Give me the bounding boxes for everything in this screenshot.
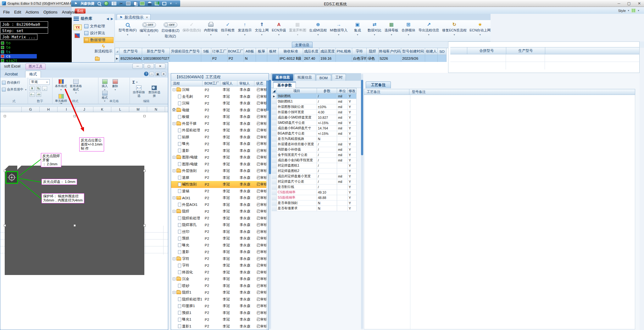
table-cell[interactable]: 白色字符 xyxy=(352,55,367,62)
toolbar-button[interactable]: ▦重退开料图▼ xyxy=(289,22,306,36)
expander-icon[interactable]: − xyxy=(173,169,175,172)
toolbar-button[interactable]: AECN升级▼ xyxy=(272,22,286,36)
process-row[interactable]: 曝光1P2李冠李永森已审核 xyxy=(171,316,266,323)
dropdown-arrow-icon[interactable]: ▼ xyxy=(297,34,299,36)
param-row[interactable]: 成品邦定焊盘最小宽度/milY xyxy=(272,174,357,179)
column-header[interactable]: 板材 xyxy=(267,48,279,55)
layer-color-swatch[interactable] xyxy=(1,50,4,53)
find-select-button[interactable]: 查找和选择 xyxy=(147,85,162,97)
off-toggle[interactable]: OFF xyxy=(142,22,156,27)
grid-icon[interactable] xyxy=(126,2,130,5)
toolbar-button[interactable]: OFF编写流程(R)▼ xyxy=(140,22,158,36)
table-cell[interactable]: P2 xyxy=(228,55,244,62)
column-header[interactable]: G xyxy=(22,107,40,112)
dropdown-arrow-icon[interactable]: ▼ xyxy=(373,34,375,36)
column-header[interactable]: J xyxy=(75,107,93,112)
toolbar-button[interactable]: ⊕生成MI流程▼ xyxy=(309,22,327,36)
off-toggle[interactable]: OFF xyxy=(164,22,177,27)
chart-icon[interactable] xyxy=(155,2,159,5)
column-header[interactable]: PNL规格 xyxy=(336,48,352,55)
color-grid-icon[interactable] xyxy=(75,33,80,38)
toolbar-button[interactable]: 型号查询(F)▼ xyxy=(119,22,136,36)
param-cell[interactable]: Y xyxy=(348,110,357,115)
process-row[interactable]: 终固化P2李冠李永森已审核 xyxy=(171,269,266,276)
param-row[interactable]: 是否为高精度线路NY xyxy=(272,136,357,142)
param-cell[interactable]: / xyxy=(317,152,337,158)
column-header[interactable]: M xyxy=(129,107,147,112)
toolbar-button[interactable]: ↗导出流程信息▼ xyxy=(419,22,439,36)
param-cell[interactable]: Y xyxy=(348,168,357,174)
process-row[interactable]: 字符P2李冠李永森已审核 xyxy=(171,262,266,269)
table-row[interactable]: ▶8S22604WA010010800070275P2P2NIPC-6012 Ⅱ… xyxy=(115,55,448,62)
param-row[interactable]: ▶蚀刻图纸/milY xyxy=(272,94,357,99)
process-row[interactable]: 阻焊塞孔P2李冠李永森已审核 xyxy=(171,222,266,228)
process-row[interactable]: −外层蚀刻P2李冠李永森已审核 xyxy=(171,168,266,174)
flag-icon[interactable]: ⚑ xyxy=(74,2,77,6)
resize-handle[interactable] xyxy=(143,224,146,227)
table-cell[interactable]: P2 xyxy=(211,55,228,62)
param-cell[interactable]: Y xyxy=(348,184,357,190)
param-row[interactable]: 金手指宽度尺寸公差/milY xyxy=(272,152,357,158)
param-cell[interactable]: Y xyxy=(348,179,357,184)
close-icon[interactable]: × xyxy=(146,15,148,19)
globe-icon[interactable] xyxy=(104,1,108,6)
column-header[interactable]: BOM工厂 xyxy=(203,81,220,86)
process-row[interactable]: 板镀P2李冠李永森已审核 xyxy=(171,113,266,120)
close-button[interactable]: ✕ xyxy=(155,63,165,69)
dropdown-arrow-icon[interactable]: ▼ xyxy=(148,34,150,36)
menu-item[interactable]: Analysis xyxy=(62,10,77,14)
dropdown-arrow-icon[interactable]: ▼ xyxy=(479,34,481,36)
param-cell[interactable] xyxy=(337,168,348,174)
column-header[interactable]: 单位 xyxy=(337,88,348,94)
tab-process-notes[interactable]: 工艺备注 xyxy=(366,81,391,88)
column-header[interactable]: 成品宽度 xyxy=(319,48,336,55)
param-cell[interactable] xyxy=(337,206,348,211)
comma-format-button[interactable]: , xyxy=(42,86,47,91)
expander-icon[interactable]: − xyxy=(173,156,175,159)
param-cell[interactable]: CS面残铜率 xyxy=(277,190,317,195)
dropdown-arrow-icon[interactable]: ▼ xyxy=(261,34,263,36)
minimize-button[interactable]: ─ xyxy=(618,1,620,6)
param-cell[interactable]: mil xyxy=(337,99,348,104)
process-row[interactable]: 预烘1P2李冠李永森已审核 xyxy=(171,310,266,316)
toolbar-button[interactable]: ▦选择母板▼ xyxy=(385,22,398,36)
conditional-formatting-button[interactable]: 条件格式 ▼ xyxy=(54,79,68,91)
param-cell[interactable]: 是否单面蚀刻 xyxy=(277,201,317,206)
close-button[interactable]: ✕ xyxy=(161,72,166,76)
param-cell[interactable] xyxy=(337,136,348,142)
param-row[interactable]: 外层图形蚀刻公差±10%milY xyxy=(272,104,357,110)
dropdown-arrow-icon[interactable]: ▼ xyxy=(278,34,280,36)
param-cell[interactable]: ±10% xyxy=(317,104,337,110)
sort-filter-button[interactable]: A↓Z 排序和筛选 xyxy=(131,85,146,97)
param-cell[interactable]: Y xyxy=(348,158,357,163)
dropdown-arrow-icon[interactable]: ▼ xyxy=(338,34,340,36)
column-header[interactable]: 成品长度 xyxy=(303,48,319,55)
column-header[interactable]: L xyxy=(111,107,129,112)
column-header[interactable]: N xyxy=(147,107,165,112)
increase-decimal-button[interactable]: .0↔ xyxy=(30,92,35,97)
param-row[interactable]: 局部最小补偿值/milY xyxy=(272,147,357,152)
process-row[interactable]: 外层AOI1P2李冠李永森已审核 xyxy=(171,201,266,208)
search-icon[interactable] xyxy=(97,2,101,5)
process-row[interactable]: −阻焊P2李冠李永森已审核 xyxy=(171,208,266,215)
column-header[interactable]: 订单工厂 xyxy=(211,48,228,55)
param-cell[interactable]: mil xyxy=(337,126,348,131)
process-row[interactable]: −阻焊1P2李冠李永森已审核 xyxy=(171,289,266,296)
process-row[interactable]: 阻焊前处理P2李冠李永森已审核 xyxy=(171,215,266,222)
param-cell[interactable]: mil xyxy=(337,142,348,147)
restore-button[interactable]: ▣ xyxy=(155,72,160,76)
column-header[interactable]: 修改 xyxy=(348,88,357,94)
expander-icon[interactable]: − xyxy=(173,257,175,260)
dropdown-arrow-icon[interactable]: ▼ xyxy=(126,34,129,36)
chevron-down-icon[interactable]: ▼ xyxy=(627,9,630,12)
dropdown-arrow-icon[interactable]: ▼ xyxy=(227,34,229,36)
param-cell[interactable]: N xyxy=(317,136,337,142)
param-row[interactable]: 成品最小SMD焊盘宽度10.827milY xyxy=(272,115,357,120)
column-header[interactable]: 生产型号 xyxy=(119,48,142,55)
menu-icon[interactable] xyxy=(74,17,79,21)
toolbar-button[interactable]: ⇄数据对比▼ xyxy=(368,22,381,36)
param-row[interactable]: 外层通道补偿后最小宽度/milY xyxy=(272,142,357,147)
close-button[interactable]: ✕ xyxy=(638,1,641,6)
scissors-icon[interactable]: ✂ xyxy=(119,2,123,6)
param-cell[interactable]: mil xyxy=(337,174,348,179)
